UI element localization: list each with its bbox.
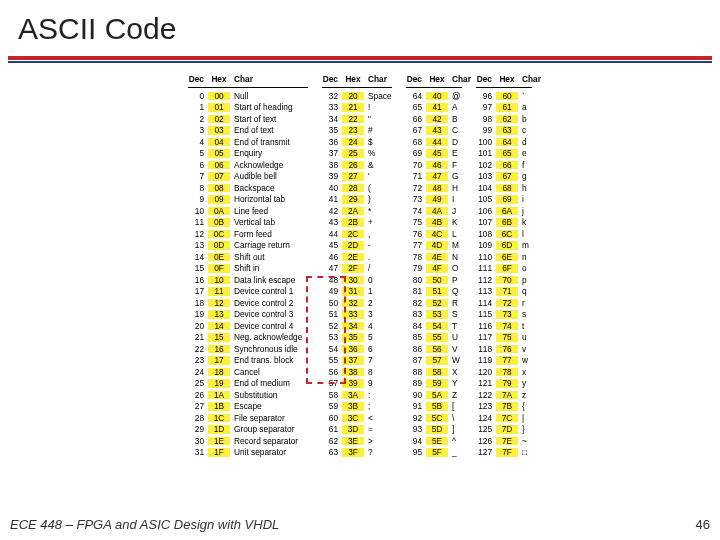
ascii-row: 2418Cancel xyxy=(188,366,308,378)
cell-char: . xyxy=(364,253,392,261)
cell-hex: 56 xyxy=(426,345,448,353)
ascii-row: 603C< xyxy=(322,412,392,424)
cell-char: X xyxy=(448,368,462,376)
cell-dec: 43 xyxy=(322,218,342,226)
cell-char: □ xyxy=(518,448,532,456)
cell-char: { xyxy=(518,402,532,410)
ascii-row: 11674t xyxy=(476,320,532,332)
cell-char: O xyxy=(448,264,462,272)
cell-hex: 51 xyxy=(426,287,448,295)
cell-dec: 40 xyxy=(322,184,342,192)
ascii-row: 1267E~ xyxy=(476,435,532,447)
cell-dec: 122 xyxy=(476,391,496,399)
cell-char: Start of heading xyxy=(230,103,308,111)
ascii-row: 11977w xyxy=(476,355,532,367)
cell-hex: 2C xyxy=(342,230,364,238)
cell-hex: 3B xyxy=(342,402,364,410)
ascii-row: 4129) xyxy=(322,194,392,206)
cell-hex: 11 xyxy=(208,287,230,295)
ascii-row: 915B[ xyxy=(406,401,462,413)
ascii-row: 3523# xyxy=(322,125,392,137)
ascii-row: 505Enquiry xyxy=(188,148,308,160)
cell-hex: 1C xyxy=(208,414,230,422)
cell-char: End trans. block xyxy=(230,356,308,364)
cell-dec: 81 xyxy=(406,287,426,295)
cell-char: D xyxy=(448,138,462,146)
ascii-row: 11775u xyxy=(476,332,532,344)
cell-hex: 45 xyxy=(426,149,448,157)
cell-char: Substitution xyxy=(230,391,308,399)
ascii-row: 955F_ xyxy=(406,447,462,459)
cell-dec: 114 xyxy=(476,299,496,307)
cell-hex: 39 xyxy=(342,379,364,387)
cell-hex: 1D xyxy=(208,425,230,433)
cell-char: B xyxy=(448,115,462,123)
cell-char: 4 xyxy=(364,322,392,330)
ascii-row: 12078x xyxy=(476,366,532,378)
cell-dec: 18 xyxy=(188,299,208,307)
ascii-row: 7046F xyxy=(406,159,462,171)
cell-char: r xyxy=(518,299,532,307)
cell-hex: 2F xyxy=(342,264,364,272)
cell-hex: 26 xyxy=(342,161,364,169)
cell-hex: 2D xyxy=(342,241,364,249)
cell-hex: 7F xyxy=(496,448,518,456)
cell-hex: 3A xyxy=(342,391,364,399)
cell-char: & xyxy=(364,161,392,169)
cell-hex: 55 xyxy=(426,333,448,341)
cell-char: 6 xyxy=(364,345,392,353)
cell-char: _ xyxy=(448,448,462,456)
cell-dec: 103 xyxy=(476,172,496,180)
ascii-row: 2014Device control 4 xyxy=(188,320,308,332)
cell-dec: 100 xyxy=(476,138,496,146)
cell-dec: 66 xyxy=(406,115,426,123)
cell-hex: 0A xyxy=(208,207,230,215)
cell-dec: 8 xyxy=(188,184,208,192)
cell-hex: 7D xyxy=(496,425,518,433)
cell-hex: 40 xyxy=(426,92,448,100)
ascii-row: 311FUnit separator xyxy=(188,447,308,459)
cell-hex: 10 xyxy=(208,276,230,284)
cell-dec: 34 xyxy=(322,115,342,123)
cell-hex: 07 xyxy=(208,172,230,180)
cell-hex: 66 xyxy=(496,161,518,169)
cell-dec: 77 xyxy=(406,241,426,249)
cell-hex: 50 xyxy=(426,276,448,284)
cell-dec: 63 xyxy=(322,448,342,456)
cell-dec: 89 xyxy=(406,379,426,387)
col-dec: Dec xyxy=(476,75,496,83)
ascii-row: 10165e xyxy=(476,148,532,160)
cell-dec: 28 xyxy=(188,414,208,422)
cell-char: Z xyxy=(448,391,462,399)
cell-char: ` xyxy=(518,92,532,100)
ascii-row: 10064d xyxy=(476,136,532,148)
ascii-row: 1257D} xyxy=(476,424,532,436)
cell-char: Vertical tab xyxy=(230,218,308,226)
cell-dec: 92 xyxy=(406,414,426,422)
ascii-row: 271BEscape xyxy=(188,401,308,413)
cell-dec: 75 xyxy=(406,218,426,226)
cell-char: , xyxy=(364,230,392,238)
cell-dec: 71 xyxy=(406,172,426,180)
ascii-block: DecHexChar6440@6541A6642B6743C6844D6945E… xyxy=(406,73,462,458)
ascii-row: 935D] xyxy=(406,424,462,436)
cell-hex: 4F xyxy=(426,264,448,272)
footer-course: ECE 448 – FPGA and ASIC Design with VHDL xyxy=(10,517,279,532)
cell-dec: 56 xyxy=(322,368,342,376)
cell-dec: 76 xyxy=(406,230,426,238)
cell-dec: 27 xyxy=(188,402,208,410)
ascii-row: 442C, xyxy=(322,228,392,240)
ascii-row: 593B; xyxy=(322,401,392,413)
cell-hex: 62 xyxy=(496,115,518,123)
cell-hex: 64 xyxy=(496,138,518,146)
ascii-row: 6642B xyxy=(406,113,462,125)
cell-char: $ xyxy=(364,138,392,146)
cell-dec: 64 xyxy=(406,92,426,100)
ascii-row: 52344 xyxy=(322,320,392,332)
cell-hex: 3D xyxy=(342,425,364,433)
cell-char: Audible bell xyxy=(230,172,308,180)
ascii-header-row: DecHexChar xyxy=(188,73,308,88)
cell-hex: 5A xyxy=(426,391,448,399)
ascii-row: 9660` xyxy=(476,90,532,102)
cell-char: F xyxy=(448,161,462,169)
